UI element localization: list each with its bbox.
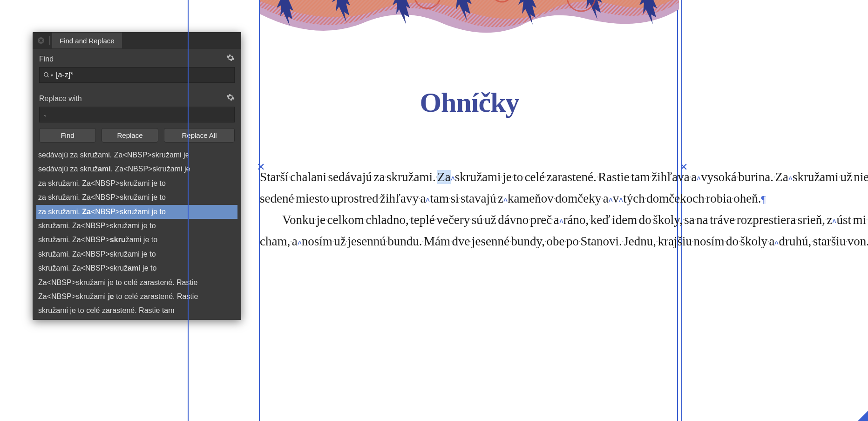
svg-point-6 — [567, 0, 595, 11]
document-page: ✕ ✕ — [188, 0, 868, 421]
illustration — [260, 0, 679, 47]
find-replace-panel: Find and Replace Find ▾ Replace with ⌄ F… — [33, 32, 241, 320]
page-corner-icon[interactable] — [858, 411, 868, 421]
svg-point-1 — [44, 73, 48, 76]
replace-input[interactable] — [50, 107, 234, 122]
chevron-down-icon[interactable]: ▾ — [51, 73, 53, 78]
replace-button[interactable]: Replace — [102, 128, 158, 143]
close-icon[interactable] — [33, 32, 49, 49]
page-title: Ohníčky — [260, 87, 679, 119]
result-item[interactable]: skružami. Za<NBSP>skružami je to — [36, 247, 237, 261]
results-list[interactable]: sedávajú za skružami. Za<NBSP>skružami j… — [33, 148, 241, 320]
body-text[interactable]: Starší·chalani·sedávajú·za·skružami.·Zaᴧ… — [260, 167, 679, 252]
anchor-icon[interactable]: ✕ — [679, 161, 688, 173]
result-item[interactable]: skružami. Za<NBSP>skružami je to — [36, 233, 237, 247]
result-item[interactable]: skružami. Za<NBSP>skružami je to — [36, 219, 237, 233]
chevron-down-icon[interactable]: ⌄ — [40, 112, 50, 117]
find-input-wrap[interactable]: ▾ — [39, 67, 235, 83]
result-item[interactable]: sedávajú za skružami. Za<NBSP>skružami j… — [36, 162, 237, 176]
find-input[interactable] — [56, 68, 234, 82]
svg-line-2 — [47, 76, 49, 77]
tab-find-replace[interactable]: Find and Replace — [52, 33, 122, 48]
anchor-icon[interactable]: ✕ — [257, 161, 265, 173]
result-item[interactable]: skružami. Za<NBSP>skružami je to — [36, 261, 237, 275]
result-item[interactable]: za skružami. Za<NBSP>skružami je to — [36, 205, 237, 219]
result-item[interactable]: za skružami. Za<NBSP>skružami je to — [36, 190, 237, 204]
replace-all-button[interactable]: Replace All — [164, 128, 235, 143]
gear-icon[interactable] — [226, 93, 235, 104]
svg-point-4 — [414, 0, 441, 8]
replace-input-wrap[interactable]: ⌄ — [39, 107, 235, 122]
search-icon[interactable]: ▾ — [40, 72, 56, 78]
replace-label: Replace with — [39, 95, 82, 103]
result-item[interactable]: Za<NBSP>skružami je to celé zarastené. R… — [36, 290, 237, 304]
tab-separator — [49, 36, 50, 45]
result-item[interactable]: skružami je to celé zarastené. Rastie ta… — [36, 304, 237, 318]
find-label: Find — [39, 55, 54, 63]
panel-tabbar: Find and Replace — [33, 32, 241, 49]
svg-point-5 — [492, 0, 512, 2]
find-button[interactable]: Find — [39, 128, 96, 143]
gear-icon[interactable] — [226, 54, 235, 64]
text-frame[interactable] — [259, 0, 678, 421]
result-item[interactable]: sedávajú za skružami. Za<NBSP>skružami j… — [36, 148, 237, 162]
result-item[interactable]: za skružami. Za<NBSP>skružami je to — [36, 177, 237, 190]
result-item[interactable]: Za<NBSP>skružami je to celé zarastené. R… — [36, 276, 237, 290]
